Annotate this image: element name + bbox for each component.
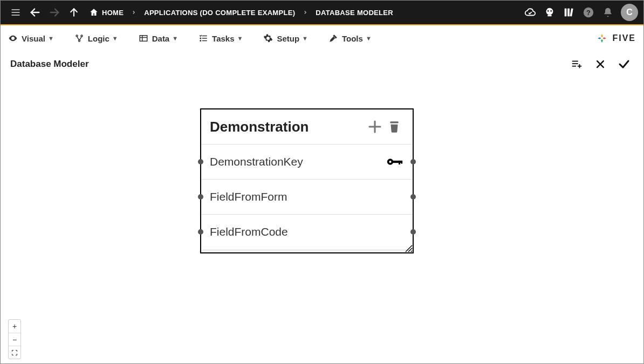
page-title: Database Modeler xyxy=(10,59,89,70)
breadcrumb-home[interactable]: HOME xyxy=(89,8,124,17)
table-row[interactable]: DemonstrationKey xyxy=(201,145,413,179)
svg-rect-43 xyxy=(393,161,402,163)
hamburger-menu-button[interactable] xyxy=(6,3,25,22)
home-icon xyxy=(89,8,99,17)
menu-data[interactable]: Data ▼ xyxy=(139,33,178,43)
breadcrumb: HOME APPLICATIONS (DO COMPLETE EXAMPLE) … xyxy=(89,8,393,17)
gear-icon xyxy=(263,33,273,43)
eye-icon xyxy=(8,33,18,43)
svg-rect-40 xyxy=(390,121,398,123)
svg-rect-33 xyxy=(572,66,576,67)
library-button[interactable] xyxy=(559,3,579,22)
connector-left[interactable] xyxy=(198,194,203,200)
zoom-out-button[interactable]: − xyxy=(9,333,20,346)
table-rows: DemonstrationKey FieldFromForm FieldFrom… xyxy=(201,145,413,249)
resize-handle[interactable] xyxy=(404,244,413,252)
connector-right[interactable] xyxy=(410,194,416,200)
table-card[interactable]: Demonstration DemonstrationKey FieldFrom… xyxy=(200,108,414,253)
connector-left[interactable] xyxy=(198,159,203,164)
modeler-canvas[interactable]: Demonstration DemonstrationKey FieldFrom… xyxy=(1,77,643,363)
cancel-button[interactable] xyxy=(591,54,610,74)
svg-rect-10 xyxy=(565,9,567,17)
breadcrumb-home-label: HOME xyxy=(102,9,124,17)
table-row[interactable]: FieldFromForm xyxy=(201,179,413,214)
key-icon xyxy=(386,156,404,168)
breadcrumb-current[interactable]: DATABASE MODELER xyxy=(316,9,393,17)
avatar[interactable]: C xyxy=(621,4,638,21)
svg-marker-27 xyxy=(601,34,604,37)
menu-tasks[interactable]: Tasks ▼ xyxy=(198,33,243,43)
confirm-button[interactable] xyxy=(614,54,634,74)
menu-setup-label: Setup xyxy=(277,34,299,43)
connector-right[interactable] xyxy=(410,159,416,164)
connector-left[interactable] xyxy=(198,229,203,235)
table-scroll-track xyxy=(202,249,412,251)
table-header: Demonstration xyxy=(201,109,413,145)
svg-marker-28 xyxy=(603,37,606,39)
menu-logic-label: Logic xyxy=(88,34,109,43)
breadcrumb-applications-label: APPLICATIONS (DO COMPLETE EXAMPLE) xyxy=(144,9,295,17)
menu-visual[interactable]: Visual ▼ xyxy=(8,33,54,43)
menu-data-label: Data xyxy=(152,34,170,43)
field-name: FieldFromForm xyxy=(210,190,404,203)
svg-rect-31 xyxy=(572,61,578,62)
caret-down-icon: ▼ xyxy=(302,35,308,42)
logic-icon xyxy=(74,33,84,43)
zoom-fit-button[interactable] xyxy=(9,346,20,359)
svg-text:?: ? xyxy=(586,9,591,17)
menubar: Visual ▼ Logic ▼ Data ▼ Tasks ▼ Setup ▼ … xyxy=(1,25,643,51)
svg-rect-44 xyxy=(399,161,400,164)
menu-tools[interactable]: Tools ▼ xyxy=(328,33,372,43)
field-name: DemonstrationKey xyxy=(210,155,386,168)
svg-rect-19 xyxy=(140,36,147,42)
table-row[interactable]: FieldFromCode xyxy=(201,214,413,249)
brand-logo-icon xyxy=(596,32,608,44)
table-name: Demonstration xyxy=(210,119,365,135)
topbar: HOME APPLICATIONS (DO COMPLETE EXAMPLE) … xyxy=(1,1,643,25)
caret-down-icon: ▼ xyxy=(48,35,54,42)
svg-rect-45 xyxy=(401,161,402,164)
zoom-controls: + − xyxy=(8,319,21,359)
notifications-button[interactable] xyxy=(598,3,618,22)
menu-setup[interactable]: Setup ▼ xyxy=(263,33,308,43)
breadcrumb-current-label: DATABASE MODELER xyxy=(316,9,393,17)
svg-point-26 xyxy=(200,40,201,42)
chevron-right-icon xyxy=(131,10,136,15)
svg-point-6 xyxy=(546,8,553,15)
svg-marker-29 xyxy=(601,39,604,43)
breadcrumb-applications[interactable]: APPLICATIONS (DO COMPLETE EXAMPLE) xyxy=(144,9,295,17)
caret-down-icon: ▼ xyxy=(237,35,243,42)
svg-point-7 xyxy=(547,10,549,12)
delete-table-button[interactable] xyxy=(385,117,404,136)
nav-back-button[interactable] xyxy=(25,3,45,22)
nav-up-button[interactable] xyxy=(64,3,84,22)
svg-rect-11 xyxy=(567,9,570,17)
add-list-button[interactable] xyxy=(567,54,586,74)
tools-icon xyxy=(328,33,338,43)
table-icon xyxy=(139,33,148,43)
caret-down-icon: ▼ xyxy=(172,35,178,42)
menu-tasks-label: Tasks xyxy=(212,34,234,43)
page-header: Database Modeler xyxy=(1,51,643,77)
zoom-in-button[interactable]: + xyxy=(9,320,20,333)
assistant-button[interactable] xyxy=(540,3,559,22)
field-name: FieldFromCode xyxy=(210,225,404,238)
nav-forward-button xyxy=(45,3,64,22)
svg-point-18 xyxy=(78,40,80,42)
caret-down-icon: ▼ xyxy=(112,35,118,42)
chevron-right-icon xyxy=(303,10,308,15)
svg-point-42 xyxy=(389,161,391,163)
help-button[interactable]: ? xyxy=(579,3,598,22)
svg-rect-32 xyxy=(572,63,578,64)
menu-logic[interactable]: Logic ▼ xyxy=(74,33,118,43)
menu-visual-label: Visual xyxy=(22,34,45,43)
caret-down-icon: ▼ xyxy=(366,35,372,42)
svg-line-48 xyxy=(411,251,412,252)
tasks-icon xyxy=(198,33,208,43)
add-field-button[interactable] xyxy=(365,117,385,136)
connector-right[interactable] xyxy=(410,229,416,235)
avatar-letter: C xyxy=(626,8,633,17)
brand-label: FIVE xyxy=(612,33,636,43)
svg-point-15 xyxy=(12,38,14,39)
cloud-sync-button[interactable] xyxy=(520,3,540,22)
